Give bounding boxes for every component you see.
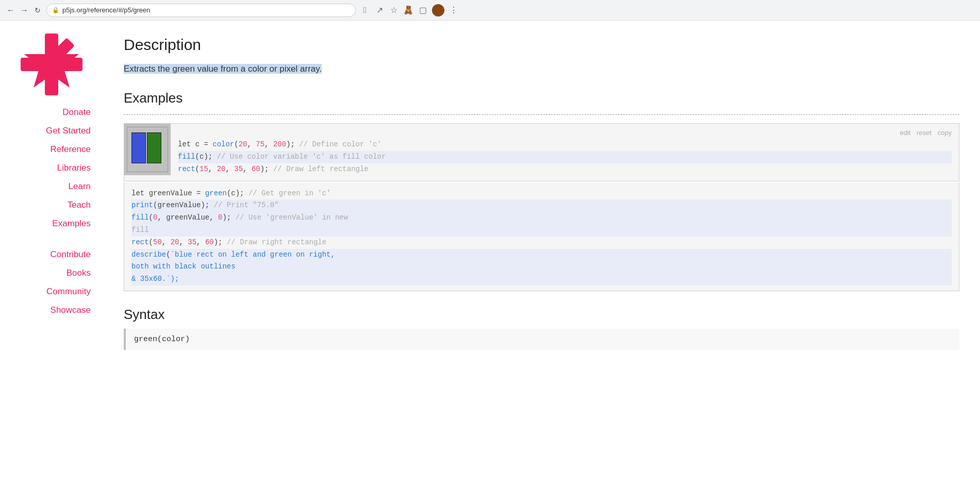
menu-button[interactable]: ⋮ bbox=[449, 5, 459, 15]
svg-rect-5 bbox=[58, 58, 82, 71]
description-text: Extracts the green value from a color or… bbox=[124, 64, 322, 74]
page-wrapper: Donate Get Started Reference Libraries L… bbox=[0, 21, 980, 504]
user-avatar[interactable] bbox=[432, 4, 444, 16]
example-block-2: let greenValue = green(c); // Get green … bbox=[124, 182, 959, 291]
reload-button[interactable]: ↻ bbox=[33, 6, 42, 15]
back-button[interactable]: ← bbox=[6, 6, 15, 15]
code-line-6b: fill bbox=[131, 224, 952, 237]
share-button[interactable]: ↗ bbox=[374, 5, 385, 15]
description-heading: Description bbox=[124, 36, 959, 54]
green-rect bbox=[147, 132, 161, 163]
sidebar: Donate Get Started Reference Libraries L… bbox=[0, 21, 103, 504]
tab-button[interactable]: ▢ bbox=[418, 5, 428, 15]
p5-logo bbox=[18, 31, 85, 98]
syntax-heading: Syntax bbox=[124, 307, 959, 323]
canvas-inner bbox=[127, 127, 168, 172]
description-paragraph: Extracts the green value from a color or… bbox=[124, 62, 959, 76]
code-actions: edit reset copy bbox=[178, 129, 952, 137]
code-line-8: describe(`blue rect on left and green on… bbox=[131, 249, 952, 261]
nav-books[interactable]: Books bbox=[0, 264, 103, 282]
nav-libraries[interactable]: Libraries bbox=[0, 159, 103, 177]
forward-button[interactable]: → bbox=[20, 6, 29, 15]
code-line-4: let greenValue = green(c); // Get green … bbox=[131, 188, 952, 200]
code-line-5: print(greenValue); // Print "75.0" bbox=[131, 199, 952, 212]
nav-teach[interactable]: Teach bbox=[0, 196, 103, 214]
nav-reference[interactable]: Reference bbox=[0, 140, 103, 159]
code-line-10: & 35x60.`); bbox=[131, 273, 952, 285]
bookmark-button[interactable]: ☆ bbox=[389, 5, 399, 15]
svg-rect-4 bbox=[21, 58, 45, 71]
code-line-3: rect(15, 20, 35, 60); // Draw left recta… bbox=[178, 163, 952, 176]
main-content: Description Extracts the green value fro… bbox=[103, 21, 980, 504]
nav-get-started[interactable]: Get Started bbox=[0, 122, 103, 140]
nav-contribute[interactable]: Contribute bbox=[0, 245, 103, 264]
canvas-preview bbox=[124, 124, 171, 175]
copy-action[interactable]: copy bbox=[938, 129, 952, 137]
nav-examples[interactable]: Examples bbox=[0, 214, 103, 233]
syntax-section: Syntax green(color) bbox=[124, 307, 959, 350]
examples-heading: Examples bbox=[124, 90, 959, 106]
code-area-1: edit reset copy let c = color(20, 75, 20… bbox=[171, 124, 959, 180]
translate-button[interactable]:  bbox=[360, 5, 370, 15]
blue-rect bbox=[131, 132, 146, 163]
logo-area bbox=[0, 31, 103, 98]
nav-community[interactable]: Community bbox=[0, 282, 103, 301]
browser-actions:  ↗ ☆ 🧸 ▢ ⋮ bbox=[360, 4, 459, 16]
code-line-1: let c = color(20, 75, 200); // Define co… bbox=[178, 139, 952, 151]
code-line-7: rect(50, 20, 35, 60); // Draw right rect… bbox=[131, 237, 952, 249]
nav-showcase[interactable]: Showcase bbox=[0, 301, 103, 320]
reset-action[interactable]: reset bbox=[917, 129, 932, 137]
lock-icon: 🔒 bbox=[52, 7, 59, 13]
edit-action[interactable]: edit bbox=[900, 129, 910, 137]
nav-learn[interactable]: Learn bbox=[0, 177, 103, 196]
svg-rect-3 bbox=[45, 71, 58, 95]
address-bar[interactable]: 🔒 p5js.org/reference/#/p5/green bbox=[46, 4, 356, 17]
syntax-box: green(color) bbox=[124, 329, 959, 350]
code-line-2: fill(c); // Use color variable 'c' as fi… bbox=[178, 151, 952, 163]
syntax-code: green(color) bbox=[134, 335, 190, 344]
extension-button[interactable]: 🧸 bbox=[403, 5, 413, 15]
nav-donate[interactable]: Donate bbox=[0, 103, 103, 122]
code-line-9: both with black outlines bbox=[131, 261, 952, 273]
browser-chrome: ← → ↻ 🔒 p5js.org/reference/#/p5/green  … bbox=[0, 0, 980, 21]
section-divider bbox=[124, 114, 959, 115]
example-block-1: edit reset copy let c = color(20, 75, 20… bbox=[124, 123, 959, 181]
code-line-6: fill(0, greenValue, 0); // Use 'greenVal… bbox=[131, 212, 952, 224]
url-text: p5js.org/reference/#/p5/green bbox=[62, 6, 151, 14]
